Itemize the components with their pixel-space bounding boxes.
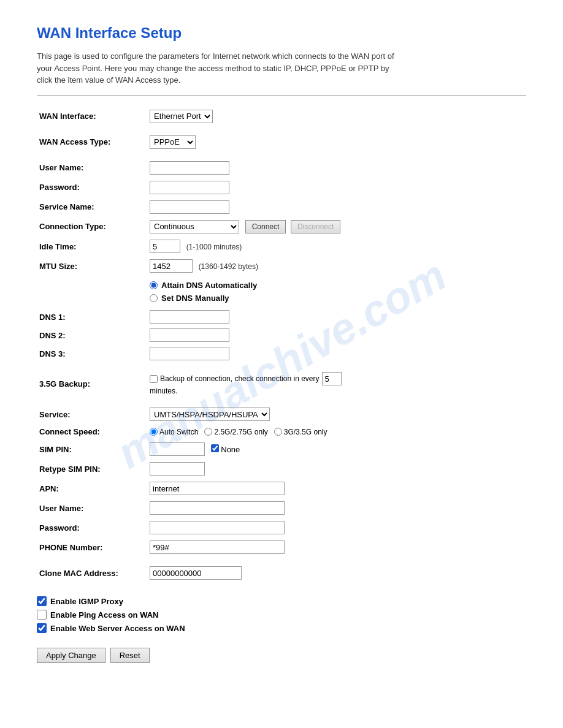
clone-mac-cell [147,563,526,583]
password2-cell [147,518,526,537]
dns1-label: DNS 1: [37,308,147,326]
service-select[interactable]: UMTS/HSPA/HSDPA/HSUPA GPRS/EDGE [150,408,270,421]
idle-time-note: (1-1000 minutes) [186,243,242,251]
dns1-input[interactable] [150,310,229,324]
username-label: User Name: [37,158,147,178]
wan-access-type-cell: PPPoE Static IP DHCP PPTP [147,132,526,152]
dns1-cell [147,308,526,326]
backup-minutes-input[interactable] [322,372,342,385]
idle-time-cell: (1-1000 minutes) [147,237,526,256]
attain-dns-spacer [37,276,147,308]
enable-igmp-row: Enable IGMP Proxy [37,596,526,606]
username-row: User Name: [37,158,526,178]
enable-ping-checkbox[interactable] [37,610,47,620]
username-input[interactable] [150,161,229,175]
2g-radio[interactable] [204,428,212,436]
sim-pin-none-label: None [221,445,240,454]
spacer-row-1 [37,126,526,132]
auto-switch-option: Auto Switch [150,428,198,436]
sim-pin-input[interactable] [150,442,205,456]
apn-row: APN: [37,479,526,498]
enable-igmp-checkbox[interactable] [37,596,47,606]
apply-change-button[interactable]: Apply Change [37,648,105,663]
connect-speed-row: Connect Speed: Auto Switch 2.5G/2.75G on… [37,424,526,439]
connect-button[interactable]: Connect [245,220,286,233]
service-cell: UMTS/HSPA/HSDPA/HSUPA GPRS/EDGE [147,404,526,424]
phone-input[interactable] [150,540,285,554]
connect-speed-cell: Auto Switch 2.5G/2.75G only 3G/3.5G only [147,424,526,439]
password2-input[interactable] [150,521,285,534]
sim-pin-row: SIM PIN: None [37,439,526,459]
phone-row: PHONE Number: [37,537,526,557]
mtu-size-cell: (1360-1492 bytes) [147,256,526,276]
divider [37,95,526,96]
enable-ping-row: Enable Ping Access on WAN [37,610,526,620]
connect-speed-label: Connect Speed: [37,424,147,439]
spacer-row-4 [37,398,526,404]
apn-label: APN: [37,479,147,498]
password2-label: Password: [37,518,147,537]
wan-access-type-row: WAN Access Type: PPPoE Static IP DHCP PP… [37,132,526,152]
enable-ping-label: Enable Ping Access on WAN [50,610,159,620]
clone-mac-row: Clone MAC Address: [37,563,526,583]
disconnect-button[interactable]: Disconnect [291,220,340,233]
backup-checkbox[interactable] [150,375,158,383]
clone-mac-label: Clone MAC Address: [37,563,147,583]
backup-minutes-note: minutes. [150,387,524,395]
spacer-row-3 [37,363,526,369]
spacer-row-5 [37,557,526,563]
wan-access-type-select[interactable]: PPPoE Static IP DHCP PPTP [150,135,196,149]
auto-switch-label: Auto Switch [159,428,198,436]
spacer-row-2 [37,152,526,158]
mtu-size-label: MTU Size: [37,256,147,276]
auto-switch-radio[interactable] [150,428,158,436]
attain-dns-container: Attain DNS Automatically [150,279,524,292]
service-name-row: Service Name: [37,197,526,217]
page-description: This page is used to configure the param… [37,50,405,86]
mtu-size-input[interactable] [150,259,193,273]
sim-pin-none-checkbox[interactable] [211,444,219,452]
attain-dns-radio[interactable] [150,281,158,289]
3g-radio[interactable] [274,428,282,436]
wan-interface-label: WAN Interface: [37,107,147,126]
set-dns-radio[interactable] [150,294,158,302]
mtu-size-note: (1360-1492 bytes) [199,262,258,271]
2g-option: 2.5G/2.75G only [204,428,267,436]
dns1-row: DNS 1: [37,308,526,326]
password-label: Password: [37,178,147,197]
idle-time-input[interactable] [150,240,180,253]
reset-button[interactable]: Reset [110,648,150,663]
service-name-cell [147,197,526,217]
connection-type-select[interactable]: Continuous Connect on Demand Manual [150,220,239,233]
set-dns-container: Set DNS Manually [150,292,524,305]
bottom-buttons: Apply Change Reset [37,648,526,663]
clone-mac-input[interactable] [150,566,242,580]
backup-text: Backup of connection, check connection i… [160,374,320,383]
enable-web-row: Enable Web Server Access on WAN [37,623,526,633]
apn-input[interactable] [150,482,285,495]
service-row: Service: UMTS/HSPA/HSDPA/HSUPA GPRS/EDGE [37,404,526,424]
retype-sim-pin-label: Retype SIM PIN: [37,459,147,479]
dns3-input[interactable] [150,347,229,360]
dns3-cell [147,344,526,363]
dns2-input[interactable] [150,328,229,342]
service-name-input[interactable] [150,200,229,214]
password2-row: Password: [37,518,526,537]
attain-dns-cell: Attain DNS Automatically Set DNS Manuall… [147,276,526,308]
enable-web-checkbox[interactable] [37,623,47,633]
wan-interface-select[interactable]: Ethernet Port USB [150,110,213,123]
dns2-label: DNS 2: [37,326,147,344]
connection-type-cell: Continuous Connect on Demand Manual Conn… [147,217,526,237]
password-input[interactable] [150,181,229,194]
backup-cell: Backup of connection, check connection i… [147,369,526,398]
service-label: Service: [37,404,147,424]
attain-dns-label: Attain DNS Automatically [161,281,257,290]
enable-web-label: Enable Web Server Access on WAN [50,624,185,633]
username-cell [147,158,526,178]
dns2-row: DNS 2: [37,326,526,344]
username2-input[interactable] [150,501,285,515]
retype-sim-pin-row: Retype SIM PIN: [37,459,526,479]
3g-label: 3G/3.5G only [284,428,327,436]
retype-sim-pin-input[interactable] [150,462,205,476]
service-name-label: Service Name: [37,197,147,217]
